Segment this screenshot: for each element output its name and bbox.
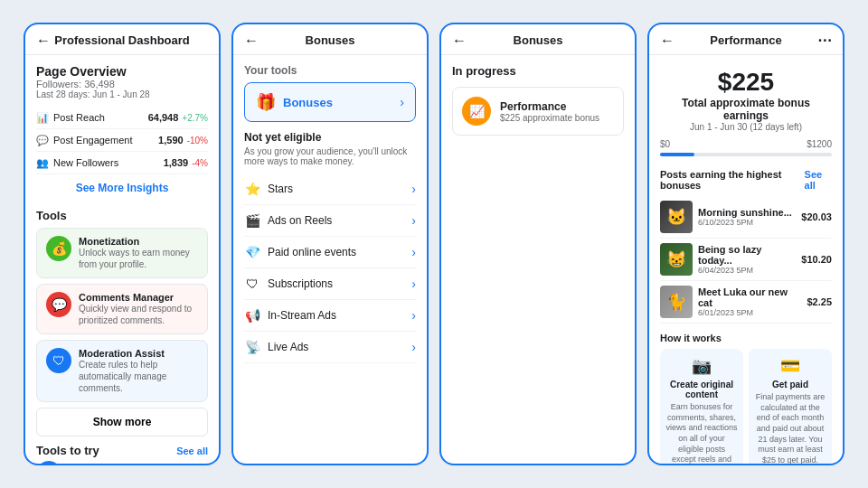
progress-item-subtitle: $225 approximate bonus bbox=[500, 113, 599, 123]
tools-try-see-all[interactable]: See all bbox=[176, 446, 208, 456]
earnings-progress-bar: $0 $1200 bbox=[660, 139, 832, 160]
menu-item-subscriptions[interactable]: 🛡 Subscriptions › bbox=[244, 268, 416, 300]
fan-sub-icon: ★ bbox=[36, 461, 61, 464]
post-title-1: Morning sunshine... bbox=[698, 207, 796, 218]
tool-comments-manager[interactable]: 💬 Comments Manager Quickly view and resp… bbox=[36, 284, 208, 334]
create-content-title: Create original content bbox=[665, 380, 738, 399]
how-step-create: 📷 Create original content Earn bonuses f… bbox=[660, 349, 743, 464]
progress-performance-item[interactable]: 📈 Performance $225 approximate bonus bbox=[452, 87, 624, 136]
show-more-button[interactable]: Show more bbox=[36, 408, 208, 436]
stat-post-reach: 📊 Post Reach 64,948 +2.7% bbox=[36, 107, 208, 129]
gift-icon: 🎁 bbox=[256, 92, 276, 112]
bonus-post-3[interactable]: Meet Luka our new cat 6/01/2023 5PM $2.2… bbox=[660, 281, 832, 324]
post-engagement-label: Post Engagement bbox=[53, 135, 132, 145]
highest-bonuses-header: Posts earning the highest bonuses See al… bbox=[660, 169, 832, 191]
get-paid-title: Get paid bbox=[754, 380, 826, 389]
progress-bar-fill bbox=[660, 153, 694, 156]
bonus-post-1[interactable]: Morning sunshine... 6/10/2023 5PM $20.03 bbox=[660, 196, 832, 239]
page-overview-heading: Page Overview bbox=[36, 64, 208, 79]
in-progress-title: In progress bbox=[452, 64, 624, 78]
back-arrow-icon[interactable]: ← bbox=[36, 33, 51, 49]
card3-body: In progress 📈 Performance $225 approxima… bbox=[441, 55, 635, 464]
instream-ads-label: In-Stream Ads bbox=[268, 309, 336, 322]
progress-max-label: $1200 bbox=[807, 139, 832, 149]
tool-monetization[interactable]: 💰 Monetization Unlock ways to earn money… bbox=[36, 228, 208, 278]
card3-header: ← Bonuses bbox=[441, 24, 635, 55]
stat-new-followers: 👥 New Followers 1,839 -4% bbox=[36, 152, 208, 174]
post-reach-label: Post Reach bbox=[53, 112, 105, 123]
monetization-icon: 💰 bbox=[46, 236, 71, 261]
perf-amount: $225 bbox=[660, 68, 832, 97]
card2-back-arrow-icon[interactable]: ← bbox=[244, 33, 259, 49]
progress-bar-track bbox=[660, 153, 832, 156]
post-thumb-3 bbox=[660, 286, 693, 318]
instream-ads-icon: 📢 bbox=[244, 308, 260, 323]
live-ads-icon: 📡 bbox=[244, 340, 260, 354]
menu-item-paid-events[interactable]: 💎 Paid online events › bbox=[244, 237, 416, 268]
ads-reels-chevron-icon: › bbox=[411, 213, 416, 228]
card4-title: Performance bbox=[710, 33, 781, 47]
post-title-2: Being so lazy today... bbox=[698, 244, 796, 266]
card4-header: ← Performance ⋯ bbox=[649, 24, 843, 55]
how-it-works-title: How it works bbox=[660, 333, 832, 343]
not-eligible-section: Not yet eligible As you grow your audien… bbox=[244, 131, 416, 166]
new-followers-icon: 👥 bbox=[36, 156, 49, 169]
comments-manager-desc: Quickly view and respond to prioritized … bbox=[79, 303, 198, 326]
paid-events-label: Paid online events bbox=[268, 246, 356, 258]
performance-progress-icon: 📈 bbox=[462, 97, 491, 126]
fan-subscriptions-item[interactable]: ★ Fan subscriptions bbox=[36, 461, 208, 464]
card1-title: Professional Dashboard bbox=[54, 33, 190, 47]
new-followers-change: -4% bbox=[192, 158, 208, 168]
subscriptions-chevron-icon: › bbox=[411, 277, 416, 291]
highest-bonuses-see-all[interactable]: See all bbox=[805, 169, 832, 191]
stars-label: Stars bbox=[268, 183, 293, 195]
bonuses-chevron-icon: › bbox=[400, 95, 404, 109]
card4-body: $225 Total approximate bonus earnings Ju… bbox=[649, 55, 843, 464]
card3-title: Bonuses bbox=[514, 33, 563, 47]
post-thumb-1 bbox=[660, 201, 693, 233]
see-more-insights-link[interactable]: See More Insights bbox=[36, 174, 208, 202]
post-reach-change: +2.7% bbox=[182, 113, 208, 123]
menu-item-live-ads[interactable]: 📡 Live Ads › bbox=[244, 332, 416, 363]
comments-manager-title: Comments Manager bbox=[79, 292, 198, 303]
stars-icon: ⭐ bbox=[244, 182, 260, 196]
menu-item-instream-ads[interactable]: 📢 In-Stream Ads › bbox=[244, 300, 416, 332]
post-amount-3: $2.25 bbox=[807, 296, 832, 307]
tools-try-header: Tools to try See all bbox=[36, 444, 208, 457]
menu-item-ads-on-reels[interactable]: 🎬 Ads on Reels › bbox=[244, 205, 416, 237]
create-content-desc: Earn bonuses for comments, shares, views… bbox=[665, 402, 738, 464]
post-date-1: 6/10/2023 5PM bbox=[698, 218, 796, 227]
stars-chevron-icon: › bbox=[411, 182, 416, 196]
not-eligible-desc: As you grow your audience, you'll unlock… bbox=[244, 146, 416, 166]
card-performance: ← Performance ⋯ $225 Total approximate b… bbox=[647, 23, 844, 465]
card3-back-arrow-icon[interactable]: ← bbox=[452, 33, 467, 49]
monetization-title: Monetization bbox=[79, 236, 198, 247]
perf-total-label: Total approximate bonus earnings bbox=[660, 97, 832, 122]
more-options-icon[interactable]: ⋯ bbox=[817, 32, 832, 49]
stat-post-engagement: 💬 Post Engagement 1,590 -10% bbox=[36, 129, 208, 152]
tools-section-title: Tools bbox=[36, 209, 208, 222]
card2-header: ← Bonuses bbox=[233, 24, 427, 55]
menu-item-stars[interactable]: ⭐ Stars › bbox=[244, 174, 416, 205]
tool-moderation-assist[interactable]: 🛡 Moderation Assist Create rules to help… bbox=[36, 340, 208, 402]
moderation-icon: 🛡 bbox=[46, 348, 71, 373]
followers-count: Followers: 36,498 bbox=[36, 79, 208, 89]
post-engagement-change: -10% bbox=[187, 136, 208, 145]
card2-body: Your tools 🎁 Bonuses › Not yet eligible … bbox=[233, 55, 427, 464]
card-bonuses-inprogress: ← Bonuses In progress 📈 Performance $225… bbox=[439, 23, 637, 465]
bonuses-highlight-item[interactable]: 🎁 Bonuses › bbox=[244, 82, 416, 122]
instream-ads-chevron-icon: › bbox=[411, 308, 416, 323]
card4-back-arrow-icon[interactable]: ← bbox=[660, 33, 675, 49]
card2-title: Bonuses bbox=[306, 33, 355, 47]
subscriptions-label: Subscriptions bbox=[268, 277, 333, 290]
ads-reels-icon: 🎬 bbox=[244, 213, 260, 228]
paid-events-icon: 💎 bbox=[244, 245, 260, 259]
post-thumb-2 bbox=[660, 243, 693, 276]
post-reach-icon: 📊 bbox=[36, 111, 49, 124]
subscriptions-icon: 🛡 bbox=[244, 277, 260, 291]
card-professional-dashboard: ← Professional Dashboard Page Overview F… bbox=[24, 23, 221, 465]
live-ads-label: Live Ads bbox=[268, 341, 308, 353]
post-amount-1: $20.03 bbox=[801, 211, 832, 222]
page-overview: Page Overview Followers: 36,498 Last 28 … bbox=[36, 64, 208, 99]
bonus-post-2[interactable]: Being so lazy today... 6/04/2023 5PM $10… bbox=[660, 239, 832, 281]
